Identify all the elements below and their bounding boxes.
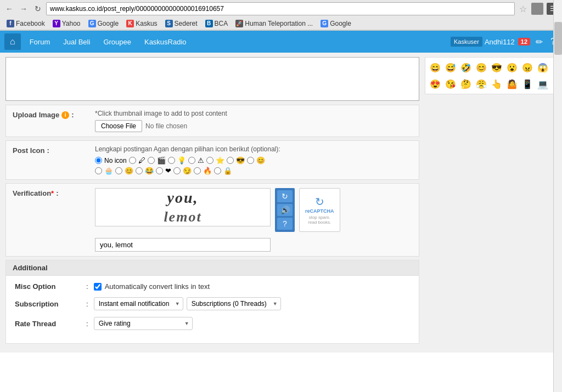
icon-9: 😊	[125, 167, 133, 175]
nav-kaskus-radio[interactable]: KaskusRadio	[138, 33, 193, 50]
emoji-panel: 😄 😅 🤣 😊 😎 😮 😠 😱 😍 😘 🤔 😤 👆 🤷	[425, 57, 557, 94]
captcha-input[interactable]	[95, 238, 271, 252]
home-button[interactable]: ⌂	[4, 33, 21, 50]
emoji-6[interactable]: 😮	[504, 60, 520, 75]
icon-radio-7[interactable]	[247, 157, 254, 164]
icon-radio-1[interactable]	[129, 157, 136, 164]
icon-radio-4[interactable]	[188, 157, 195, 164]
emoji-15[interactable]: 📱	[520, 76, 535, 92]
refresh-button[interactable]: ↻	[32, 3, 44, 15]
bookmark-bca[interactable]: B BCA	[202, 19, 232, 29]
post-editor[interactable]	[5, 57, 419, 101]
captcha-text-display: you, lemot	[164, 189, 201, 225]
bookmark-google1[interactable]: G Google	[85, 19, 122, 29]
subscription-threads-select[interactable]: Subscriptions (0 Threads)	[187, 297, 281, 310]
icon-4: ⚠	[198, 156, 204, 164]
icon-10: 😂	[145, 167, 154, 175]
misc-option-row: Misc Option : Automatically convert link…	[15, 282, 410, 291]
nav-groupee[interactable]: Groupee	[97, 33, 138, 50]
emoji-4[interactable]: 😊	[474, 60, 489, 75]
emoji-11[interactable]: 🤔	[458, 76, 474, 92]
misc-option-checkbox[interactable]	[94, 283, 102, 291]
nav-jual-beli[interactable]: Jual Beli	[57, 33, 97, 50]
rate-thread-row: Rate Thread : Give rating 1 star 2 stars…	[15, 317, 410, 330]
recaptcha-stop-spam: stop spam. read books.	[308, 215, 331, 225]
back-button[interactable]: ←	[3, 3, 15, 15]
bookmark-sederet[interactable]: S Sederet	[162, 19, 201, 29]
no-icon-label: No icon	[104, 157, 127, 164]
icon-radio-10[interactable]	[136, 167, 143, 174]
rate-thread-select[interactable]: Give rating 1 star 2 stars 3 stars 4 sta…	[94, 317, 193, 330]
emoji-12[interactable]: 😤	[474, 76, 489, 92]
sederet-icon: S	[165, 20, 173, 27]
edit-icon-button[interactable]: ✏	[533, 35, 545, 49]
emoji-16[interactable]: 💻	[535, 76, 550, 92]
icon-radio-2[interactable]	[148, 157, 155, 164]
bookmark-teleport[interactable]: 🚀 Human Teleportation ...	[232, 19, 316, 29]
browser-extension-icon[interactable]	[531, 3, 543, 15]
nav-forum[interactable]: Forum	[23, 33, 57, 50]
icon-radio-5[interactable]	[206, 157, 213, 164]
bookmark-star-icon[interactable]: ☆	[519, 4, 527, 14]
bookmark-bca-label: BCA	[215, 20, 228, 27]
icon-radio-3[interactable]	[168, 157, 175, 164]
icon-radio-13[interactable]	[194, 167, 201, 174]
emoji-8[interactable]: 😱	[535, 60, 550, 75]
icon-3: 💡	[177, 156, 186, 164]
emoji-grid-row1: 😄 😅 🤣 😊 😎 😮 😠 😱	[428, 60, 554, 75]
icon-11: ❤	[165, 167, 171, 175]
bookmark-google2[interactable]: G Google	[317, 19, 355, 29]
choose-file-button[interactable]: Choose File	[95, 120, 142, 132]
upload-info-icon[interactable]: i	[61, 111, 69, 119]
bookmark-kaskus[interactable]: K Kaskus	[123, 19, 160, 29]
navigation-bar: ⌂ Forum Jual Beli Groupee KaskusRadio Ka…	[0, 31, 562, 53]
emoji-3[interactable]: 🤣	[458, 60, 474, 75]
icon-5: ⭐	[216, 156, 224, 164]
emoji-7[interactable]: 😠	[520, 60, 535, 75]
no-icon-radio[interactable]	[95, 157, 102, 164]
icon-8: 🧁	[104, 167, 113, 175]
address-bar[interactable]	[46, 2, 515, 15]
bookmark-yahoo[interactable]: Y Yahoo	[49, 19, 84, 29]
bookmark-yahoo-label: Yahoo	[62, 20, 81, 27]
emoji-10[interactable]: 😘	[443, 76, 458, 92]
subscription-type-select[interactable]: Instant email notification	[94, 297, 183, 310]
icon-12: 😏	[183, 167, 192, 175]
icon-radio-6[interactable]	[227, 157, 234, 164]
captcha-refresh-button[interactable]: ↻	[277, 190, 293, 202]
captcha-audio-button[interactable]: 🔊	[277, 204, 293, 216]
emoji-2[interactable]: 😅	[443, 60, 458, 75]
bookmark-google1-label: Google	[98, 20, 119, 27]
captcha-controls: ↻ 🔊 ?	[275, 188, 295, 232]
icon-radio-9[interactable]	[115, 167, 122, 174]
post-icon-row: Post Icon : Lengkapi postingan Agan deng…	[13, 145, 412, 175]
emoji-13[interactable]: 👆	[489, 76, 504, 92]
icon-radio-8[interactable]	[95, 167, 102, 174]
icon-radio-14[interactable]	[214, 167, 221, 174]
upload-image-label: Upload Image i :	[13, 110, 95, 119]
misc-option-checkbox-label[interactable]: Automatically convert links in text	[94, 282, 410, 291]
icon-14: 🔒	[223, 167, 232, 175]
forward-button[interactable]: →	[18, 3, 30, 15]
verification-required-star: *	[51, 189, 54, 197]
bookmark-facebook[interactable]: f Facebook	[3, 19, 48, 29]
icon-radio-11[interactable]	[156, 167, 163, 174]
rate-thread-content: Give rating 1 star 2 stars 3 stars 4 sta…	[94, 317, 410, 330]
additional-body: Misc Option : Automatically convert link…	[6, 276, 419, 343]
icon-row-2: 🧁 😊 😂 ❤ 😏 🔥 🔒	[95, 167, 280, 175]
post-icon-label: Post Icon :	[13, 145, 95, 155]
bookmark-google2-label: Google	[330, 20, 351, 27]
scrollbar-thumb[interactable]	[554, 22, 562, 55]
emoji-1[interactable]: 😄	[428, 60, 443, 75]
teleport-icon: 🚀	[235, 20, 243, 27]
username-text: Andhi112	[485, 38, 515, 46]
upload-controls: Choose File No file chosen	[95, 120, 227, 132]
icon-radio-12[interactable]	[173, 167, 181, 174]
emoji-14[interactable]: 🤷	[504, 76, 520, 92]
emoji-5[interactable]: 😎	[489, 60, 504, 75]
user-label: Kaskuser	[451, 37, 482, 47]
notification-badge[interactable]: 12	[518, 38, 530, 46]
scrollbar[interactable]	[553, 0, 562, 392]
emoji-9[interactable]: 😍	[428, 76, 443, 92]
captcha-help-button[interactable]: ?	[277, 218, 293, 230]
